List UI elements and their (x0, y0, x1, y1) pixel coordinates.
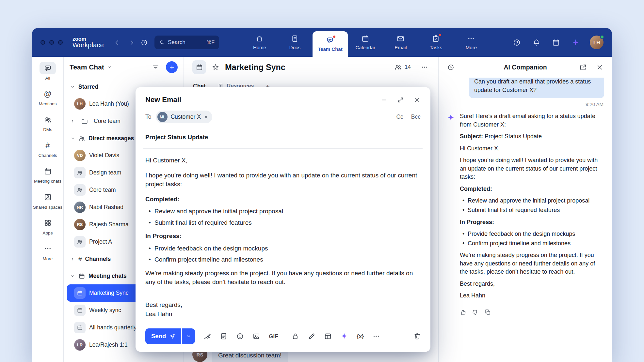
rail-item-more[interactable]: More (33, 243, 63, 261)
bcc-button[interactable]: Bcc (411, 113, 421, 120)
email-outro: We’re making steady progress on the proj… (145, 269, 421, 287)
subject-input[interactable]: Project Status Update (136, 128, 430, 146)
home-icon (255, 35, 264, 43)
close-window-button[interactable] (40, 40, 45, 45)
nav-calendar[interactable]: Calendar (348, 28, 383, 57)
discard-draft-button[interactable] (413, 332, 421, 340)
user-avatar[interactable]: LH (590, 36, 604, 49)
rail-item-meeting-chats[interactable]: Meeting chats (33, 165, 63, 184)
history-clock-icon (447, 64, 455, 71)
template-button[interactable] (324, 332, 332, 340)
rail-item-channels[interactable]: # Channels (33, 139, 63, 158)
sidebar-title-dropdown[interactable]: Team Chat (70, 63, 112, 71)
more-icon (372, 332, 380, 340)
avatar: VD (74, 150, 86, 161)
nav-label: Team Chat (318, 46, 343, 52)
thumbs-up-button[interactable] (459, 309, 466, 317)
ai-popout-button[interactable] (578, 62, 588, 72)
new-chat-button[interactable] (166, 61, 178, 73)
meeting-avatar (74, 305, 86, 316)
member-count: 14 (405, 64, 411, 70)
history-clock-icon (140, 39, 148, 46)
chat-item-label: Nabil Rashad (89, 204, 123, 211)
gif-button[interactable]: GIF (269, 333, 278, 339)
rail-label: Mentions (39, 101, 57, 106)
filter-button[interactable] (151, 62, 161, 72)
channel-more-button[interactable] (419, 62, 430, 72)
close-compose-button[interactable] (414, 97, 421, 103)
rail-item-shared-spaces[interactable]: Shared spaces (33, 191, 63, 210)
send-options-button[interactable] (182, 328, 195, 344)
code-snippet-button[interactable]: {x} (357, 333, 364, 339)
ai-body-intro: I hope you’re doing well! I wanted to pr… (460, 156, 603, 181)
nav-team-chat[interactable]: Team Chat (313, 31, 348, 57)
ai-close-button[interactable] (595, 62, 605, 72)
rail-item-apps[interactable]: Apps (33, 217, 63, 235)
people-icon (44, 116, 52, 124)
minimize-window-button[interactable] (49, 40, 54, 45)
at-icon: @ (44, 90, 51, 98)
search-input[interactable]: Search ⌘F (154, 36, 219, 49)
members-button[interactable]: 14 (394, 63, 411, 71)
chat-item-label: Core team (94, 118, 121, 125)
meeting-badge[interactable] (192, 60, 206, 74)
nav-more[interactable]: More (454, 28, 489, 57)
signature-button[interactable] (203, 332, 211, 340)
calendar-quick-button[interactable] (551, 37, 561, 48)
shared-spaces-icon (44, 193, 52, 201)
remove-recipient-button[interactable] (204, 115, 208, 119)
insert-image-button[interactable] (252, 332, 260, 340)
to-label: To (145, 113, 151, 120)
caret-down-icon (70, 84, 75, 89)
meeting-avatar (74, 322, 86, 333)
recipient-row[interactable]: To ML Customer X Cc Bcc (136, 108, 430, 126)
online-status-dot (600, 35, 604, 39)
ai-sparkle-icon (340, 332, 348, 340)
copy-button[interactable] (484, 309, 491, 317)
thumbs-down-button[interactable] (472, 309, 479, 317)
caret-down-icon (70, 274, 75, 279)
nav-label: More (466, 45, 477, 50)
encrypt-button[interactable] (291, 332, 299, 340)
image-icon (252, 332, 260, 340)
back-button[interactable] (112, 38, 122, 47)
people-icon (77, 170, 83, 176)
emoji-button[interactable] (236, 332, 244, 340)
edit-format-button[interactable] (308, 332, 315, 340)
attach-file-button[interactable] (220, 332, 228, 340)
ai-compose-button[interactable] (340, 332, 348, 340)
history-button[interactable] (139, 38, 149, 48)
expand-compose-button[interactable] (397, 97, 404, 103)
rail-item-dms[interactable]: DMs (33, 113, 63, 132)
send-button[interactable]: Send (145, 328, 181, 344)
minimize-compose-button[interactable] (380, 97, 387, 103)
nav-home[interactable]: Home (242, 28, 277, 57)
email-completed-heading: Completed: (145, 195, 421, 204)
zoom-window-button[interactable] (58, 40, 63, 45)
notifications-button[interactable] (531, 37, 542, 48)
nav-docs[interactable]: Docs (277, 28, 313, 57)
help-button[interactable] (511, 37, 522, 48)
rail-item-all[interactable]: All (33, 62, 63, 81)
rail-item-mentions[interactable]: @ Mentions (33, 88, 63, 106)
avatar: RS (74, 219, 86, 230)
email-signature: Lea Hahn (145, 309, 421, 319)
group-avatar (74, 184, 86, 196)
ai-sparkle-icon (572, 38, 580, 47)
ai-history-button[interactable] (446, 62, 456, 72)
email-body-editor[interactable]: Hi Customer X, I hope you’re doing well!… (136, 149, 430, 323)
ai-companion-button[interactable] (570, 37, 581, 48)
toolbar-more-button[interactable] (372, 332, 380, 340)
cc-button[interactable]: Cc (396, 113, 403, 120)
new-email-modal: New Email To ML Customer X (136, 87, 430, 352)
search-placeholder: Search (168, 39, 185, 46)
nav-tasks[interactable]: Tasks (418, 28, 454, 57)
star-channel-button[interactable] (210, 62, 221, 72)
more-icon (421, 63, 428, 71)
recipient-chip[interactable]: ML Customer X (156, 111, 212, 123)
zoom-workplace-window: zoom Workplace Search ⌘F Home (32, 28, 612, 362)
forward-button[interactable] (127, 38, 137, 47)
people-icon (78, 135, 85, 142)
nav-email[interactable]: Email (383, 28, 418, 57)
search-shortcut: ⌘F (206, 39, 215, 46)
